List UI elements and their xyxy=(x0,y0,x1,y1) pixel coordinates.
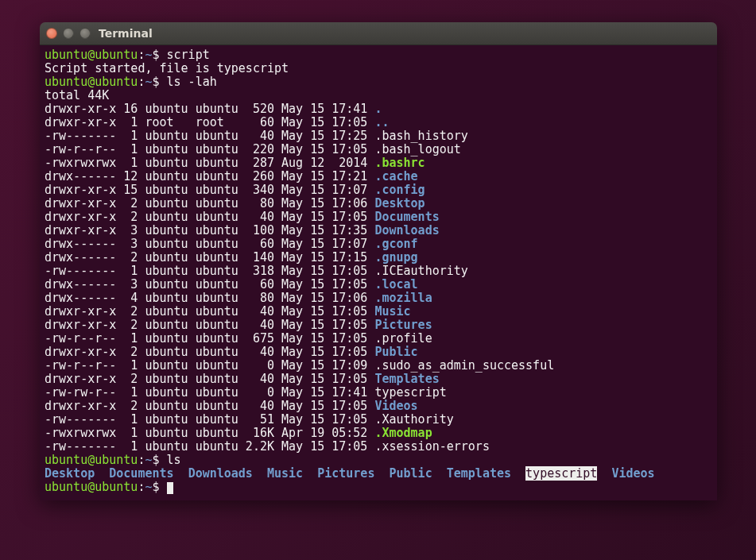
list-row: drwxr-xr-x 16 ubuntu ubuntu 520 May 15 1… xyxy=(45,102,712,116)
prompt-line: ubuntu@ubuntu:~$ ls xyxy=(45,454,712,467)
file-name: .bashrc xyxy=(374,156,425,170)
file-name: .cache xyxy=(374,169,417,183)
list-row: drwxr-xr-x 2 ubuntu ubuntu 80 May 15 17:… xyxy=(45,197,712,210)
list-row: drwx------ 12 ubuntu ubuntu 260 May 15 1… xyxy=(45,170,712,183)
file-name: .Xmodmap xyxy=(374,426,432,440)
list-row: drwxr-xr-x 2 ubuntu ubuntu 40 May 15 17:… xyxy=(45,400,712,413)
list-row: drwx------ 4 ubuntu ubuntu 80 May 15 17:… xyxy=(45,292,712,305)
list-row: drwx------ 2 ubuntu ubuntu 140 May 15 17… xyxy=(45,251,712,265)
cursor xyxy=(167,482,173,494)
list-row: drwxr-xr-x 2 ubuntu ubuntu 40 May 15 17:… xyxy=(45,346,712,359)
file-name: Templates xyxy=(447,466,511,481)
list-row: -rw-r--r-- 1 ubuntu ubuntu 675 May 15 17… xyxy=(45,332,712,346)
list-row: -rw-rw-r-- 1 ubuntu ubuntu 0 May 15 17:4… xyxy=(45,386,712,400)
file-name: typescript xyxy=(525,466,597,481)
file-name: .profile xyxy=(374,331,432,346)
list-row: drwxr-xr-x 1 root root 60 May 15 17:05 .… xyxy=(45,116,712,129)
list-row: drwx------ 3 ubuntu ubuntu 60 May 15 17:… xyxy=(45,238,712,251)
terminal-window: Terminal ubuntu@ubuntu:~$ scriptScript s… xyxy=(40,22,717,500)
file-name: Public xyxy=(374,345,417,359)
file-name: Pictures xyxy=(317,466,374,481)
list-row: -rw-r--r-- 1 ubuntu ubuntu 220 May 15 17… xyxy=(45,143,712,156)
list-row: -rwxrwxrwx 1 ubuntu ubuntu 287 Aug 12 20… xyxy=(45,156,712,170)
file-name: .gconf xyxy=(374,237,417,251)
file-name: Videos xyxy=(374,399,417,413)
output-line: Script started, file is typescript xyxy=(45,62,712,75)
file-name: .xsession-errors xyxy=(374,439,490,454)
file-name: Desktop xyxy=(45,466,95,481)
list-row: drwx------ 3 ubuntu ubuntu 60 May 15 17:… xyxy=(45,278,712,292)
command-text: ls -lah xyxy=(167,75,217,89)
file-name: Pictures xyxy=(374,318,432,332)
list-row: -rw------- 1 ubuntu ubuntu 40 May 15 17:… xyxy=(45,129,712,143)
list-row: -rw------- 1 ubuntu ubuntu 318 May 15 17… xyxy=(45,265,712,278)
ls-listing: drwxr-xr-x 16 ubuntu ubuntu 520 May 15 1… xyxy=(45,102,712,454)
list-row: -rw-r--r-- 1 ubuntu ubuntu 0 May 15 17:0… xyxy=(45,359,712,373)
file-name: typescript xyxy=(374,385,446,400)
file-name: .config xyxy=(374,183,425,197)
prompt-line: ubuntu@ubuntu:~$ ls -lah xyxy=(45,75,712,89)
file-name: Documents xyxy=(109,466,173,481)
list-row: -rw------- 1 ubuntu ubuntu 51 May 15 17:… xyxy=(45,413,712,427)
file-name: .. xyxy=(374,115,389,129)
file-name: .local xyxy=(374,277,417,292)
file-name: Videos xyxy=(611,466,654,481)
prompt-userhost: ubuntu@ubuntu xyxy=(45,48,138,62)
window-title: Terminal xyxy=(99,27,153,40)
list-row: -rwxrwxrwx 1 ubuntu ubuntu 16K Apr 19 05… xyxy=(45,427,712,440)
file-name: .gnupg xyxy=(374,250,417,265)
titlebar[interactable]: Terminal xyxy=(40,22,717,45)
command-text: script xyxy=(167,48,210,62)
file-name: Music xyxy=(267,466,303,481)
maximize-icon[interactable] xyxy=(79,28,91,39)
file-name: .mozilla xyxy=(374,291,432,305)
list-row: drwxr-xr-x 3 ubuntu ubuntu 100 May 15 17… xyxy=(45,224,712,238)
close-icon[interactable] xyxy=(46,28,57,39)
list-row: drwxr-xr-x 15 ubuntu ubuntu 340 May 15 1… xyxy=(45,183,712,197)
prompt-line: ubuntu@ubuntu:~$ script xyxy=(45,48,712,62)
file-name: .ICEauthority xyxy=(374,264,467,278)
file-name: .bash_history xyxy=(374,129,467,143)
ls-short-output: Desktop Documents Downloads Music Pictur… xyxy=(45,467,712,481)
file-name: Downloads xyxy=(188,466,253,481)
file-name: .Xauthority xyxy=(374,412,453,427)
file-name: Downloads xyxy=(374,223,439,238)
file-name: Templates xyxy=(374,372,439,386)
list-row: drwxr-xr-x 2 ubuntu ubuntu 40 May 15 17:… xyxy=(45,210,712,224)
list-row: -rw------- 1 ubuntu ubuntu 2.2K May 15 1… xyxy=(45,440,712,454)
minimize-icon[interactable] xyxy=(63,28,74,39)
prompt-line: ubuntu@ubuntu:~$ xyxy=(45,481,712,494)
window-buttons xyxy=(46,28,91,39)
file-name: .bash_logout xyxy=(374,142,460,156)
file-name: Music xyxy=(374,304,410,319)
file-name: Desktop xyxy=(374,196,425,210)
file-name: Public xyxy=(390,466,432,481)
list-row: drwxr-xr-x 2 ubuntu ubuntu 40 May 15 17:… xyxy=(45,319,712,332)
file-name: Documents xyxy=(374,210,439,224)
terminal-body[interactable]: ubuntu@ubuntu:~$ scriptScript started, f… xyxy=(40,45,717,500)
file-name: .sudo_as_admin_successful xyxy=(374,358,554,373)
list-row: drwxr-xr-x 2 ubuntu ubuntu 40 May 15 17:… xyxy=(45,305,712,319)
list-row: drwxr-xr-x 2 ubuntu ubuntu 40 May 15 17:… xyxy=(45,373,712,386)
file-name: . xyxy=(374,102,382,116)
command-text: ls xyxy=(167,453,181,467)
output-line: total 44K xyxy=(45,89,712,102)
